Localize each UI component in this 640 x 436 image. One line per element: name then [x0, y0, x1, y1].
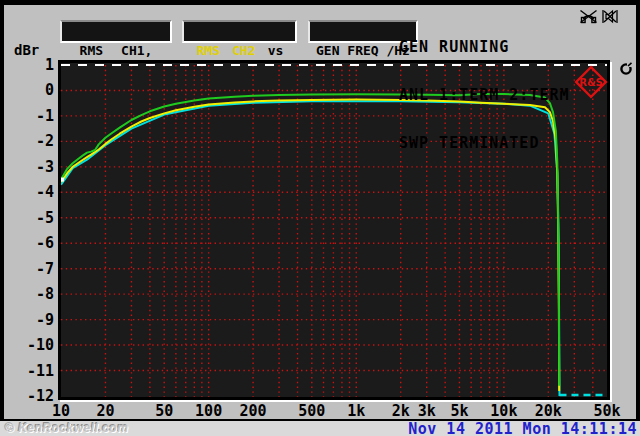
y-tick-label: -7	[0, 260, 54, 278]
y-tick-label: -5	[0, 209, 54, 227]
rs-logo-text: R&S	[579, 77, 603, 88]
ch2-func-label: RMS	[197, 43, 220, 58]
timestamp: Nov 14 2011 Mon 14:11:14	[408, 420, 637, 436]
y-tick-label: -10	[0, 336, 54, 354]
y-tick-label: -3	[0, 158, 54, 176]
x-tick-label: 20	[73, 402, 137, 420]
analyzer-ch2-value-box[interactable]	[182, 20, 297, 43]
x-tick-label: 20k	[516, 402, 580, 420]
ch1-channel-label: CH1,	[121, 43, 152, 58]
y-tick-label: -1	[0, 107, 54, 125]
speaker-muted-icon	[602, 9, 618, 24]
y-tick-label: -9	[0, 311, 54, 329]
y-unit-label: dBr	[14, 42, 39, 58]
headphone-muted-icon	[580, 9, 597, 24]
y-tick-label: -6	[0, 234, 54, 252]
ch2-channel-label: CH2	[232, 43, 255, 58]
analyzer-ch2-label: RMSCH2vs	[176, 43, 304, 58]
y-tick-label: 0	[0, 81, 54, 99]
x-tick-label: 50k	[575, 402, 639, 420]
watermark: © KenRockwell.com	[5, 421, 128, 435]
status-block: GEN RUNNING ANL 1:TERM 2:TERM SWP TERMIN…	[399, 7, 570, 167]
pointer-icon	[619, 61, 634, 76]
x-tick-label: 200	[221, 402, 285, 420]
analyzer-ch1-value-box[interactable]	[60, 20, 172, 43]
status-gen: GEN RUNNING	[399, 39, 570, 55]
vs-label: vs	[268, 43, 284, 58]
y-tick-label: -11	[0, 362, 54, 380]
y-tick-label: -8	[0, 285, 54, 303]
analyzer-ch1-label: RMSCH1,	[60, 43, 172, 58]
y-tick-label: 1	[0, 56, 54, 74]
status-icons	[580, 9, 618, 24]
status-anl: ANL 1:TERM 2:TERM	[399, 87, 570, 103]
trace-start-marker	[61, 178, 64, 182]
ch1-func-label: RMS	[80, 43, 103, 58]
analyzer-screenshot: { "window": { "bg": "#c0c0c0", "frame_co…	[0, 0, 640, 436]
y-tick-label: -4	[0, 183, 54, 201]
status-swp: SWP TERMINATED	[399, 135, 570, 151]
y-tick-label: -2	[0, 132, 54, 150]
rs-logo-icon: R&S	[574, 65, 608, 99]
